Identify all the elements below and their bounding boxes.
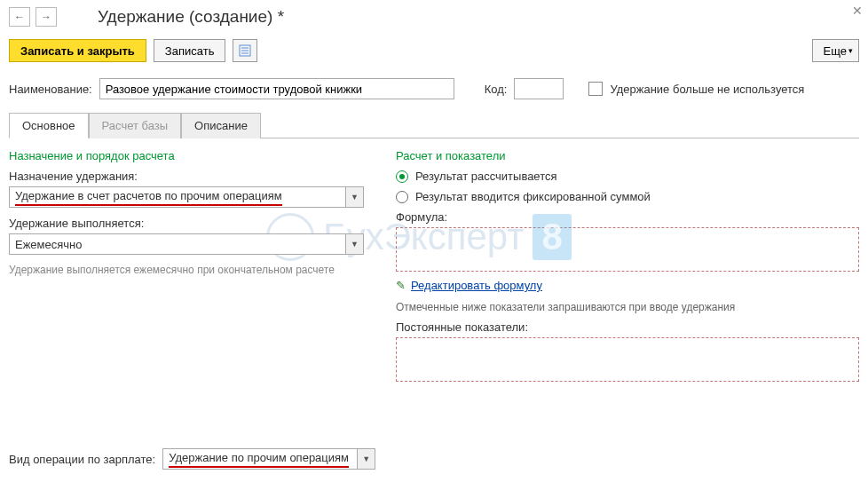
pencil-icon: ✎ (396, 279, 406, 292)
tab-main[interactable]: Основное (9, 113, 89, 138)
list-button[interactable] (233, 39, 257, 62)
save-button[interactable]: Записать (154, 39, 226, 62)
indicators-note: Отмеченные ниже показатели запрашиваются… (396, 301, 859, 313)
not-used-label: Удержание больше не используется (610, 83, 804, 96)
constant-label: Постоянные показатели: (396, 320, 859, 334)
page-title: Удержание (создание) * (98, 7, 284, 27)
purpose-value: Удержание в счет расчетов по прочим опер… (15, 189, 282, 206)
name-input[interactable] (99, 78, 454, 99)
radio-fixed[interactable] (396, 191, 408, 203)
list-icon (239, 44, 251, 57)
radio-fixed-label: Результат вводится фиксированной суммой (415, 190, 651, 203)
left-group-title: Назначение и порядок расчета (9, 149, 382, 162)
purpose-label: Назначение удержания: (9, 170, 382, 183)
purpose-dropdown-button[interactable]: ▼ (346, 186, 364, 208)
name-label: Наименование: (9, 83, 92, 96)
more-button[interactable]: Еще (812, 39, 859, 62)
back-button[interactable]: ← (9, 7, 30, 27)
edit-formula-link[interactable]: Редактировать формулу (411, 279, 542, 292)
code-input[interactable] (514, 78, 564, 99)
perform-value: Ежемесячно (15, 238, 83, 251)
radio-calculate[interactable] (396, 170, 408, 183)
perform-note: Удержание выполняется ежемесячно при око… (9, 264, 382, 276)
perform-dropdown-button[interactable]: ▼ (346, 233, 364, 255)
radio-calculate-label: Результат рассчитывается (415, 170, 557, 183)
close-icon[interactable]: ✕ (852, 4, 863, 18)
purpose-combo[interactable]: Удержание в счет расчетов по прочим опер… (9, 186, 346, 208)
perform-combo[interactable]: Ежемесячно (9, 233, 346, 255)
tab-desc[interactable]: Описание (181, 113, 261, 138)
formula-label: Формула: (396, 210, 859, 224)
indicators-box[interactable] (396, 337, 859, 382)
op-type-combo[interactable]: Удержание по прочим операциям (162, 448, 358, 470)
perform-label: Удержание выполняется: (9, 217, 382, 230)
not-used-checkbox[interactable] (588, 82, 603, 96)
forward-button[interactable]: → (36, 7, 57, 27)
formula-box[interactable] (396, 227, 859, 272)
op-type-value: Удержание по прочим операциям (169, 451, 349, 468)
op-type-dropdown-button[interactable]: ▼ (358, 448, 375, 470)
save-close-button[interactable]: Записать и закрыть (9, 39, 146, 62)
op-type-label: Вид операции по зарплате: (9, 453, 155, 466)
code-label: Код: (485, 83, 508, 96)
tab-base[interactable]: Расчет базы (89, 113, 182, 138)
right-group-title: Расчет и показатели (396, 149, 859, 162)
